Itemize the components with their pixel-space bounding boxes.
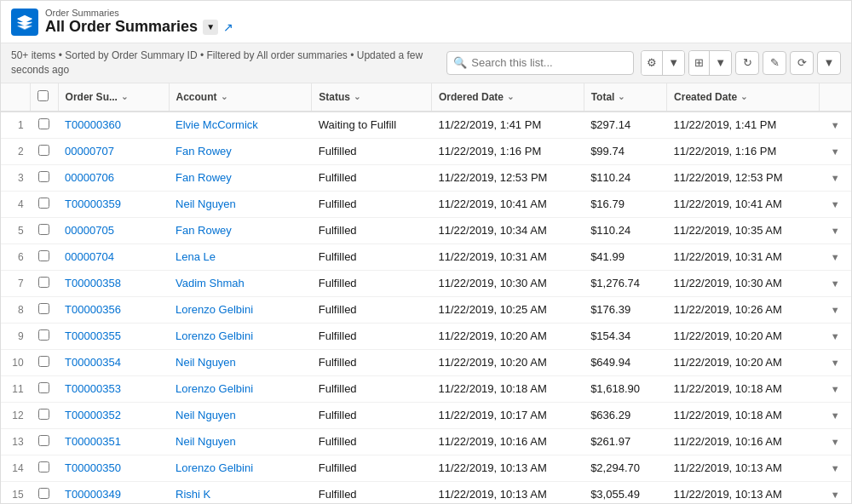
- header-dropdown-button[interactable]: ▼: [203, 20, 218, 35]
- table-row: 14 T00000350 Lorenzo Gelbini Fulfilled 1…: [1, 455, 851, 481]
- row-action-button[interactable]: ▼: [827, 277, 843, 290]
- account-link[interactable]: Neil Nguyen: [176, 356, 236, 369]
- row-checkbox[interactable]: [38, 435, 49, 446]
- account-link[interactable]: Fan Rowey: [176, 224, 232, 237]
- search-input[interactable]: [446, 51, 634, 75]
- row-action-button[interactable]: ▼: [827, 382, 843, 396]
- edit-button[interactable]: ✎: [763, 51, 786, 75]
- account-cell: Lorenzo Gelbini: [169, 455, 312, 481]
- row-action-button[interactable]: ▼: [827, 198, 843, 211]
- order-id-link[interactable]: T00000358: [65, 277, 121, 289]
- row-checkbox[interactable]: [38, 250, 49, 261]
- account-cell: Lena Le: [169, 243, 312, 270]
- account-link[interactable]: Neil Nguyen: [176, 435, 236, 448]
- order-id-link[interactable]: 00000707: [65, 145, 114, 158]
- status-cell: Fulfilled: [312, 217, 432, 243]
- account-link[interactable]: Neil Nguyen: [176, 409, 236, 421]
- account-link[interactable]: Elvie McCormick: [176, 118, 258, 131]
- row-checkbox[interactable]: [38, 409, 49, 420]
- row-checkbox[interactable]: [38, 118, 49, 129]
- order-id-link[interactable]: T00000353: [65, 382, 121, 395]
- row-number: 6: [1, 243, 31, 270]
- row-action-button[interactable]: ▼: [827, 303, 843, 317]
- row-checkbox[interactable]: [38, 277, 49, 288]
- row-action-button[interactable]: ▼: [827, 329, 843, 343]
- total-cell: $16.79: [584, 191, 666, 217]
- th-status[interactable]: Status ⌄: [312, 83, 432, 112]
- row-action-button[interactable]: ▼: [827, 488, 843, 501]
- order-id-cell: T00000358: [58, 270, 169, 296]
- row-action-button[interactable]: ▼: [827, 118, 843, 132]
- row-checkbox-cell: [31, 243, 58, 270]
- order-id-link[interactable]: T00000349: [65, 488, 121, 501]
- account-link[interactable]: Fan Rowey: [176, 171, 232, 184]
- row-checkbox[interactable]: [38, 145, 49, 156]
- th-ordered-date[interactable]: Ordered Date ⌄: [432, 83, 584, 112]
- account-link[interactable]: Rishi K: [176, 488, 210, 501]
- share-button[interactable]: ⟳: [790, 51, 814, 75]
- row-checkbox[interactable]: [38, 461, 49, 472]
- account-link[interactable]: Fan Rowey: [176, 145, 232, 158]
- order-id-link[interactable]: T00000359: [65, 198, 121, 210]
- row-action-cell: ▼: [819, 112, 851, 139]
- row-checkbox-cell: [31, 481, 58, 503]
- order-id-link[interactable]: T00000360: [65, 118, 121, 131]
- account-link[interactable]: Lorenzo Gelbini: [176, 382, 253, 395]
- created-date-cell: 11/22/2019, 1:41 PM: [667, 112, 820, 139]
- order-id-link[interactable]: T00000352: [65, 409, 121, 421]
- account-link[interactable]: Vadim Shmah: [176, 277, 245, 289]
- row-checkbox[interactable]: [38, 356, 49, 367]
- row-action-cell: ▼: [819, 323, 851, 349]
- status-cell: Fulfilled: [312, 349, 432, 375]
- th-order[interactable]: Order Su... ⌄: [58, 83, 169, 112]
- settings-dropdown-button[interactable]: ▼: [663, 51, 684, 75]
- columns-dropdown-button[interactable]: ▼: [710, 51, 731, 75]
- order-id-link[interactable]: T00000355: [65, 329, 121, 342]
- row-checkbox-cell: [31, 270, 58, 296]
- row-checkbox[interactable]: [38, 171, 49, 182]
- order-id-link[interactable]: T00000351: [65, 435, 121, 448]
- search-container: 🔍: [446, 51, 634, 75]
- row-action-button[interactable]: ▼: [827, 250, 843, 264]
- th-total[interactable]: Total ⌄: [584, 83, 666, 112]
- order-id-link[interactable]: 00000706: [65, 171, 114, 184]
- ordered-date-cell: 11/22/2019, 10:31 AM: [432, 243, 584, 270]
- filter-button[interactable]: ▼: [817, 51, 841, 75]
- row-action-button[interactable]: ▼: [827, 461, 843, 475]
- row-checkbox[interactable]: [38, 488, 49, 499]
- settings-button[interactable]: ⚙: [642, 51, 663, 75]
- th-account[interactable]: Account ⌄: [169, 83, 312, 112]
- row-action-button[interactable]: ▼: [827, 435, 843, 449]
- external-link-icon[interactable]: ↗: [223, 20, 233, 34]
- refresh-button[interactable]: ↻: [735, 51, 759, 75]
- row-checkbox-cell: [31, 191, 58, 217]
- row-checkbox[interactable]: [38, 382, 49, 393]
- order-id-link[interactable]: T00000350: [65, 461, 121, 474]
- columns-button[interactable]: ⊞: [689, 51, 710, 75]
- account-link[interactable]: Lorenzo Gelbini: [176, 329, 253, 342]
- order-id-link[interactable]: T00000356: [65, 303, 121, 316]
- row-checkbox[interactable]: [38, 329, 49, 341]
- account-link[interactable]: Lena Le: [176, 250, 216, 263]
- row-action-button[interactable]: ▼: [827, 224, 843, 238]
- row-number: 3: [1, 164, 31, 191]
- row-action-button[interactable]: ▼: [827, 171, 843, 185]
- order-id-link[interactable]: 00000704: [65, 250, 114, 263]
- header-title-group: Order Summaries All Order Summaries ▼ ↗: [45, 8, 841, 36]
- row-checkbox[interactable]: [38, 224, 49, 235]
- th-created-date[interactable]: Created Date ⌄: [667, 83, 820, 112]
- account-link[interactable]: Neil Nguyen: [176, 198, 236, 210]
- select-all-checkbox[interactable]: [37, 90, 49, 101]
- header-subtitle: Order Summaries: [45, 8, 841, 18]
- row-checkbox[interactable]: [38, 303, 49, 314]
- row-action-button[interactable]: ▼: [827, 145, 843, 158]
- table-row: 8 T00000356 Lorenzo Gelbini Fulfilled 11…: [1, 296, 851, 323]
- account-link[interactable]: Lorenzo Gelbini: [176, 461, 253, 474]
- order-id-link[interactable]: 00000705: [65, 224, 114, 237]
- account-link[interactable]: Lorenzo Gelbini: [176, 303, 253, 316]
- row-action-button[interactable]: ▼: [827, 409, 843, 422]
- row-action-button[interactable]: ▼: [827, 356, 843, 369]
- row-checkbox[interactable]: [38, 198, 49, 209]
- order-id-link[interactable]: T00000354: [65, 356, 121, 369]
- table-row: 5 00000705 Fan Rowey Fulfilled 11/22/201…: [1, 217, 851, 243]
